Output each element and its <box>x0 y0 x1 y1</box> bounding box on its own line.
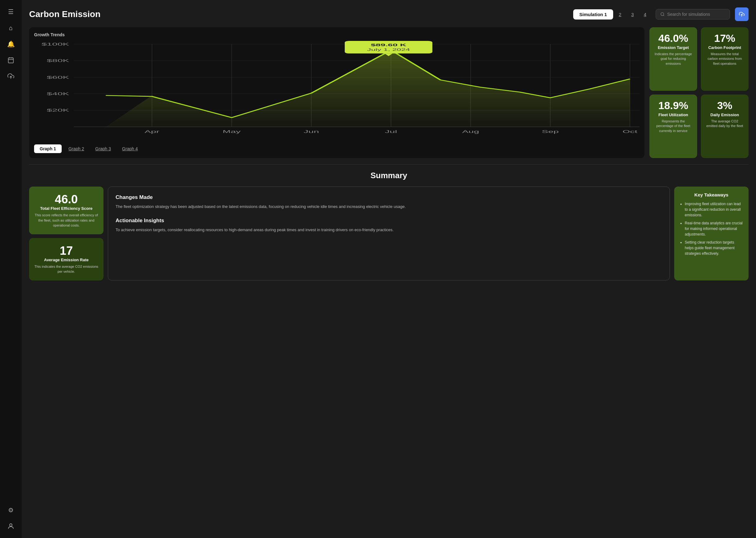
chart-container: $100K $80K $60K $40K $20K Apr May Jun Ju… <box>34 41 639 140</box>
svg-text:$40K: $40K <box>47 92 69 96</box>
changes-made-text: The fleet optimization strategy has been… <box>116 204 662 210</box>
svg-text:July 1, 2024: July 1, 2024 <box>367 48 410 51</box>
svg-text:$20K: $20K <box>47 108 69 113</box>
metric-card-fleet-utilization: 18.9% Fleet Utilization Represents the p… <box>649 94 697 158</box>
stat-label-efficiency: Total Fleet Efficiency Score <box>34 206 99 211</box>
section-divider <box>29 164 749 165</box>
key-takeaways-list: Improving fleet utilization can lead to … <box>679 201 744 256</box>
metric-desc-daily-emission: The average CO2 emitted daily by the fle… <box>705 119 744 129</box>
svg-line-7 <box>663 15 664 16</box>
svg-point-6 <box>661 13 664 16</box>
metric-desc-fleet-utilization: Represents the percentage of the fleet c… <box>654 119 693 133</box>
summary-title: Summary <box>29 171 749 180</box>
actionable-insights-title: Actionable Insights <box>116 218 662 224</box>
chart-section: Growth Trends <box>29 27 644 158</box>
metric-value-daily-emission: 3% <box>717 100 732 111</box>
changes-made-title: Changes Made <box>116 194 662 200</box>
bell-icon[interactable]: 🔔 <box>4 37 18 51</box>
graph-tab-1[interactable]: Graph 1 <box>34 144 62 153</box>
key-takeaways-title: Key Takeaways <box>679 192 744 197</box>
graph-tabs: Graph 1 Graph 2 Graph 3 Graph 4 <box>34 144 639 153</box>
upload-icon[interactable] <box>4 70 18 83</box>
metric-card-daily-emission: 3% Daily Emission The average CO2 emitte… <box>701 94 749 158</box>
stat-card-emission-rate: 17 Average Emission Rate This indicates … <box>29 238 104 281</box>
metric-desc-emission-target: Indicates the percentage goal for reduci… <box>654 52 693 66</box>
share-button[interactable] <box>735 7 749 21</box>
simulation-tab-4[interactable]: 4 <box>639 9 651 20</box>
metric-desc-carbon-footprint: Measures the total carbon emissions from… <box>705 52 744 66</box>
user-icon[interactable] <box>4 519 18 533</box>
takeaway-item-2: Real-time data analytics are crucial for… <box>685 220 744 237</box>
simulation-tab-3[interactable]: 3 <box>627 9 638 20</box>
simulation-tab-2[interactable]: 2 <box>614 9 626 20</box>
top-row: Growth Trends <box>29 27 749 158</box>
key-takeaways: Key Takeaways Improving fleet utilizatio… <box>674 187 749 281</box>
summary-center: Changes Made The fleet optimization stra… <box>108 187 670 281</box>
metric-label-fleet-utilization: Fleet Utilization <box>658 113 688 117</box>
metric-card-emission-target: 46.0% Emission Target Indicates the perc… <box>649 27 697 91</box>
takeaway-item-1: Improving fleet utilization can lead to … <box>685 201 744 218</box>
summary-section: Summary 46.0 Total Fleet Efficiency Scor… <box>29 171 749 281</box>
svg-text:May: May <box>223 129 241 134</box>
svg-text:Apr: Apr <box>145 129 160 134</box>
line-chart: $100K $80K $60K $40K $20K Apr May Jun Ju… <box>34 41 639 140</box>
metric-label-carbon-footprint: Carbon Footprint <box>708 45 741 50</box>
svg-text:Jul: Jul <box>385 129 397 134</box>
svg-text:Oct: Oct <box>623 129 638 134</box>
menu-icon[interactable]: ☰ <box>4 5 18 19</box>
share-icon <box>739 12 744 17</box>
stat-desc-efficiency: This score reflects the overall efficien… <box>34 213 99 228</box>
stat-desc-emission-rate: This indicates the average CO2 emissions… <box>34 264 99 274</box>
takeaway-item-3: Setting clear reduction targets helps gu… <box>685 240 744 256</box>
metric-value-emission-target: 46.0% <box>658 33 688 43</box>
svg-text:Sep: Sep <box>542 129 559 134</box>
search-icon <box>660 12 665 17</box>
graph-tab-3[interactable]: Graph 3 <box>91 144 116 153</box>
graph-tab-4[interactable]: Graph 4 <box>118 144 142 153</box>
graph-tab-2[interactable]: Graph 2 <box>64 144 89 153</box>
sidebar: ☰ ⌂ 🔔 ⚙ <box>0 0 22 538</box>
metric-label-daily-emission: Daily Emission <box>710 113 739 117</box>
calendar-icon[interactable] <box>4 53 18 67</box>
svg-rect-0 <box>8 58 14 63</box>
metric-value-carbon-footprint: 17% <box>714 33 735 43</box>
metric-value-fleet-utilization: 18.9% <box>658 100 688 111</box>
simulation-tab-1[interactable]: Simulation 1 <box>573 9 613 20</box>
stat-value-efficiency: 46.0 <box>34 193 99 206</box>
page-title: Carbon Emission <box>29 9 568 19</box>
home-icon[interactable]: ⌂ <box>4 21 18 35</box>
svg-text:$80K: $80K <box>47 59 69 63</box>
main-content: Carbon Emission Simulation 1 2 3 4 Grow <box>22 0 756 538</box>
metric-card-carbon-footprint: 17% Carbon Footprint Measures the total … <box>701 27 749 91</box>
summary-stats: 46.0 Total Fleet Efficiency Score This s… <box>29 187 104 281</box>
metrics-grid: 46.0% Emission Target Indicates the perc… <box>649 27 749 158</box>
search-bar[interactable] <box>656 9 730 20</box>
svg-text:$60K: $60K <box>47 75 69 79</box>
metric-label-emission-target: Emission Target <box>658 45 689 50</box>
svg-text:Jun: Jun <box>304 129 319 134</box>
stat-label-emission-rate: Average Emission Rate <box>34 257 99 262</box>
summary-row: 46.0 Total Fleet Efficiency Score This s… <box>29 187 749 281</box>
stat-card-efficiency: 46.0 Total Fleet Efficiency Score This s… <box>29 187 104 234</box>
stat-value-emission-rate: 17 <box>34 244 99 257</box>
svg-marker-35 <box>106 50 630 127</box>
search-input[interactable] <box>667 12 725 17</box>
svg-text:$100K: $100K <box>41 42 70 46</box>
svg-point-5 <box>10 524 12 526</box>
svg-text:Aug: Aug <box>462 129 479 134</box>
actionable-insights-text: To achieve emission targets, consider re… <box>116 227 662 233</box>
header: Carbon Emission Simulation 1 2 3 4 <box>29 7 749 21</box>
svg-text:$89.60 K: $89.60 K <box>371 43 407 47</box>
simulation-tabs: Simulation 1 2 3 4 <box>573 9 651 20</box>
chart-title: Growth Trends <box>34 32 639 37</box>
settings-icon[interactable]: ⚙ <box>4 503 18 517</box>
